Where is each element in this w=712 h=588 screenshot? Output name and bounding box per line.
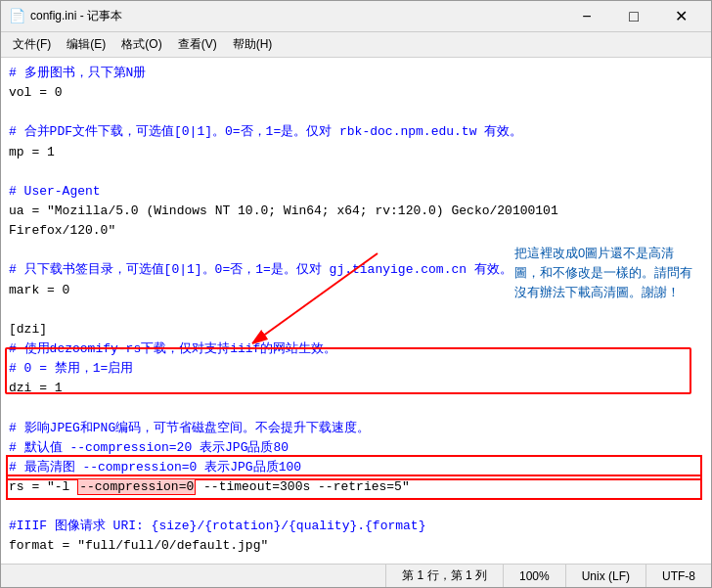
line-9: Firefox/120.0" (9, 223, 115, 238)
maximize-button[interactable]: □ (611, 1, 656, 32)
line-2: vol = 0 (9, 85, 63, 100)
line-20: # 默认值 --compression=20 表示JPG品质80 (9, 440, 289, 455)
line-14: [dzi] (9, 322, 47, 337)
app-icon: 📄 (9, 9, 24, 24)
editor-area[interactable]: # 多册图书，只下第N册 vol = 0 # 合并PDF文件下载，可选值[0|1… (1, 58, 711, 564)
line-11: # 只下载书签目录，可选值[0|1]。0=否，1=是。仅对 gj.tianyig… (9, 262, 512, 277)
line-1: # 多册图书，只下第N册 (9, 66, 146, 80)
line-16: # 0 = 禁用，1=启用 (9, 361, 133, 376)
line-24: #IIIF 图像请求 URI: {size}/{rotation}/{quali… (9, 519, 425, 533)
line-21: # 最高清图 --compression=0 表示JPG品质100 (9, 458, 699, 477)
line-12: mark = 0 (9, 283, 69, 297)
title-bar: 📄 config.ini - 记事本 − □ ✕ (1, 1, 711, 32)
window: 📄 config.ini - 记事本 − □ ✕ 文件(F) 编辑(E) 格式(… (0, 0, 712, 588)
menu-view[interactable]: 查看(V) (170, 33, 225, 56)
line-15: # 使用dezoomify-rs下载，仅对支持iiif的网站生效。 (9, 341, 336, 356)
line-7: # User-Agent (9, 184, 101, 199)
status-zoom: 100% (503, 565, 565, 587)
line-25: format = "full/full/0/default.jpg" (9, 538, 268, 553)
menu-format[interactable]: 格式(O) (113, 33, 169, 56)
minimize-button[interactable]: − (564, 1, 609, 32)
window-title: config.ini - 记事本 (30, 8, 564, 24)
status-position: 第 1 行，第 1 列 (385, 565, 503, 587)
menu-help[interactable]: 帮助(H) (225, 33, 281, 56)
status-line-ending: Unix (LF) (565, 565, 645, 587)
line-17: dzi = 1 (9, 381, 63, 395)
line-22: rs = "-l --compression=0 --timeout=300s … (9, 477, 699, 497)
line-4: # 合并PDF文件下载，可选值[0|1]。0=否，1=是。仅对 rbk-doc.… (9, 124, 522, 139)
status-encoding: UTF-8 (645, 565, 711, 587)
menu-bar: 文件(F) 编辑(E) 格式(O) 查看(V) 帮助(H) (1, 32, 711, 58)
line-5: mp = 1 (9, 145, 55, 159)
editor-content[interactable]: # 多册图书，只下第N册 vol = 0 # 合并PDF文件下载，可选值[0|1… (9, 64, 703, 557)
status-bar: 第 1 行，第 1 列 100% Unix (LF) UTF-8 (1, 564, 711, 587)
line-8: ua = "Mozilla/5.0 (Windows NT 10.0; Win6… (9, 204, 558, 218)
close-button[interactable]: ✕ (658, 1, 703, 32)
window-controls: − □ ✕ (564, 1, 703, 32)
line-19: # 影响JPEG和PNG编码，可节省磁盘空间。不会提升下载速度。 (9, 421, 370, 435)
menu-file[interactable]: 文件(F) (5, 33, 59, 56)
menu-edit[interactable]: 编辑(E) (59, 33, 113, 56)
